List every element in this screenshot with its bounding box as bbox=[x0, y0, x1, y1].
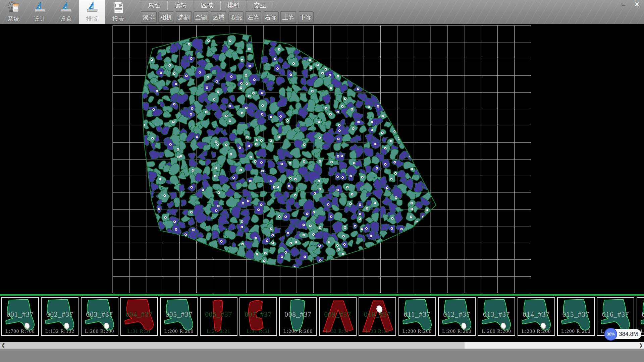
thumbnail-011[interactable]: 011_#37L:200 R:200 bbox=[398, 297, 436, 336]
thumbnail-007[interactable]: 007_#37L:31 R:31 bbox=[239, 297, 277, 336]
app-button-system[interactable]: 系统 bbox=[1, 0, 27, 24]
menu-area: 属性编辑区域排料交互 聚排相机选割全割区域瑕疵左靠右靠上靠下靠 bbox=[141, 0, 315, 23]
pattern-piece-shape bbox=[359, 298, 395, 335]
window-controls: – ✕ bbox=[619, 1, 642, 9]
tool-button-camera[interactable]: 相机 bbox=[158, 11, 174, 23]
triangle-ruler-icon bbox=[86, 1, 99, 14]
tool-button-cluster-nest[interactable]: 聚排 bbox=[141, 11, 157, 23]
pattern-piece-shape bbox=[42, 298, 78, 335]
scrollbar-thumb[interactable] bbox=[6, 342, 465, 349]
memory-percent-badge: 38% bbox=[604, 328, 617, 341]
pattern-piece-shape bbox=[478, 298, 515, 335]
pattern-piece-shape bbox=[2, 298, 38, 335]
thumbnail-013[interactable]: 013_#37L:200 R:200 bbox=[478, 297, 515, 336]
app-button-label: 系统 bbox=[8, 15, 20, 23]
thumbnail-009[interactable]: 009_#37L:32 R:31 bbox=[319, 297, 357, 336]
pattern-piece-shape bbox=[121, 298, 157, 335]
menu-tab-properties[interactable]: 属性 bbox=[141, 1, 167, 10]
tool-button-defect[interactable]: 瑕疵 bbox=[228, 11, 244, 23]
thumbnail-008[interactable]: 008_#37L:200 R:200 bbox=[279, 297, 317, 336]
pattern-piece-shape bbox=[82, 298, 118, 335]
thumbnail-003[interactable]: 003_#37L:200 R:200 bbox=[81, 297, 118, 336]
toolbar: 系统设计设置排版报表 属性编辑区域排料交互 聚排相机选割全割区域瑕疵左靠右靠上靠… bbox=[0, 0, 644, 24]
gear-notebook-icon bbox=[7, 1, 20, 14]
pattern-piece-shape bbox=[518, 298, 554, 335]
pattern-piece-shape bbox=[201, 298, 237, 335]
application-window: 系统设计设置排版报表 属性编辑区域排料交互 聚排相机选割全割区域瑕疵左靠右靠上靠… bbox=[0, 0, 644, 362]
pattern-piece-shape bbox=[240, 298, 276, 335]
triangle-ruler-icon bbox=[33, 1, 47, 14]
app-button-label: 报表 bbox=[112, 15, 124, 23]
thumbnail-006[interactable]: 006_#37L:21 R:21 bbox=[200, 297, 237, 336]
thumbnail-002[interactable]: 002_#37L:132 R:132 bbox=[41, 297, 78, 336]
thumbnail-005[interactable]: 005_#37L:200 R:200 bbox=[160, 297, 198, 336]
app-button-bar: 系统设计设置排版报表 bbox=[1, 0, 131, 24]
minimize-button[interactable]: – bbox=[619, 1, 629, 9]
pattern-piece-shape bbox=[280, 298, 316, 335]
close-button[interactable]: ✕ bbox=[632, 1, 642, 9]
pattern-piece-shape bbox=[558, 298, 594, 335]
status-bar bbox=[0, 349, 644, 362]
memory-badge: 38% 384.8M bbox=[606, 329, 641, 339]
memory-usage-label: 384.8M bbox=[619, 329, 638, 339]
app-button-report[interactable]: 报表 bbox=[105, 0, 131, 24]
pattern-piece-shape bbox=[161, 298, 197, 335]
thumbnail-004[interactable]: 004_#37L:31 R:31 bbox=[120, 297, 158, 336]
app-button-label: 排版 bbox=[86, 15, 98, 23]
thumbnail-014[interactable]: 014_#37L:200 R:200 bbox=[518, 297, 555, 336]
app-button-nesting[interactable]: 排版 bbox=[79, 0, 105, 24]
menu-tab-nest-material[interactable]: 排料 bbox=[220, 1, 247, 10]
menu-tab-row: 属性编辑区域排料交互 bbox=[141, 1, 315, 10]
app-button-label: 设置 bbox=[60, 15, 72, 23]
thumbnail-001[interactable]: 001_#37L:700 R:700 bbox=[1, 297, 39, 336]
nesting-canvas[interactable] bbox=[0, 24, 644, 294]
pattern-piece-shape bbox=[399, 298, 435, 335]
tool-button-row: 聚排相机选割全割区域瑕疵左靠右靠上靠下靠 bbox=[141, 11, 315, 23]
thumbnail-015[interactable]: 015_#37L:200 R:200 bbox=[557, 297, 595, 336]
tool-button-snap-top[interactable]: 上靠 bbox=[280, 11, 296, 23]
app-button-design[interactable]: 设计 bbox=[27, 0, 53, 24]
triangle-ruler-icon bbox=[59, 1, 73, 14]
menu-tab-region[interactable]: 区域 bbox=[194, 1, 220, 10]
tool-button-cut-all[interactable]: 全割 bbox=[193, 11, 209, 23]
tool-button-snap-right[interactable]: 右靠 bbox=[263, 11, 279, 23]
thumbnail-010[interactable]: 010_#37L:33 R:33 bbox=[359, 297, 396, 336]
app-button-label: 设计 bbox=[34, 15, 46, 23]
menu-tab-edit[interactable]: 编辑 bbox=[167, 1, 194, 10]
tool-button-snap-bottom[interactable]: 下靠 bbox=[298, 11, 314, 23]
tool-button-region[interactable]: 区域 bbox=[211, 11, 226, 23]
app-button-settings[interactable]: 设置 bbox=[53, 0, 79, 24]
thumbnail-012[interactable]: 012_#37L:200 R:200 bbox=[438, 297, 476, 336]
pattern-piece-shape bbox=[320, 298, 356, 335]
report-icon bbox=[112, 1, 125, 14]
horizontal-scrollbar[interactable]: ❮ ❯ bbox=[0, 342, 644, 349]
scroll-right-arrow-icon[interactable]: ❯ bbox=[638, 342, 644, 349]
pattern-thumbnail-strip: 001_#37L:700 R:700002_#37L:132 R:132003_… bbox=[0, 296, 644, 342]
pattern-piece-shape bbox=[439, 298, 475, 335]
tool-button-select-cut[interactable]: 选割 bbox=[176, 11, 192, 23]
menu-tab-interact[interactable]: 交互 bbox=[247, 1, 273, 10]
scroll-left-arrow-icon[interactable]: ❮ bbox=[0, 342, 6, 349]
tool-button-snap-left[interactable]: 左靠 bbox=[246, 11, 261, 23]
